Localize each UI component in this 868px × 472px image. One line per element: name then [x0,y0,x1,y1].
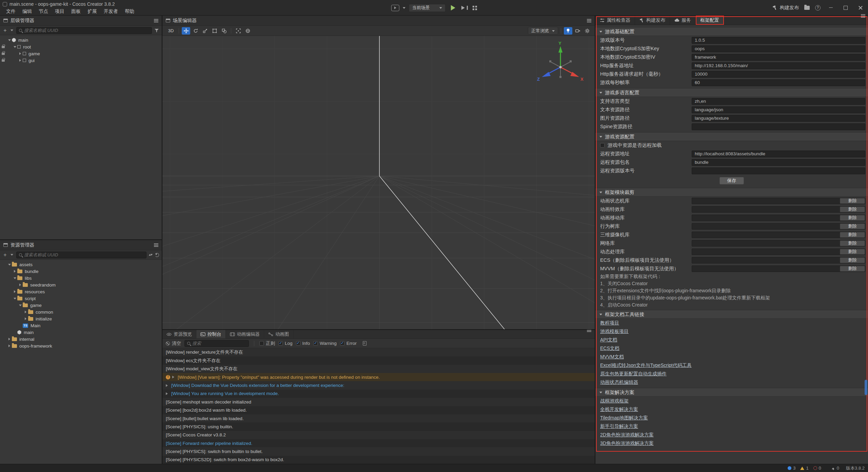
lighting-toggle-button[interactable] [564,27,572,35]
console-log-row[interactable]: [Window] ecs文件夹不存在 [162,356,595,365]
http-server-input[interactable] [692,62,865,69]
link-fullstack-solution[interactable]: 全栈开发解决方案 [595,405,868,414]
text-path-input[interactable] [692,106,865,113]
link-chess-game-framework[interactable]: 战棋游戏框架 [595,397,868,405]
link-hotupdate-plugin[interactable]: 原生包热更新配置自动生成插件 [595,370,868,378]
expand-arrow-icon[interactable] [23,315,28,322]
expand-arrow-icon[interactable] [12,295,17,302]
remote-url-input[interactable] [692,151,865,157]
build-publish-button[interactable]: 构建发布 [772,5,799,11]
scene-settings-button[interactable] [583,27,591,35]
warning-count[interactable]: 1 [800,466,808,471]
asset-node-bundle[interactable]: bundle [0,268,162,275]
delete-dynamic-loader-button[interactable]: 删除 [840,249,865,255]
link-beginner-guide-solution[interactable]: 新手引导解决方案 [595,422,868,431]
fps-input[interactable] [692,79,865,86]
assets-search-input[interactable] [24,252,144,257]
expand-arrow-icon[interactable] [12,268,17,275]
hierarchy-node-root[interactable]: root [0,43,162,50]
view-mode-select[interactable]: 正常浏览 [528,27,558,35]
asset-node-resources[interactable]: resources [0,288,162,295]
expand-arrow-icon[interactable] [7,261,12,268]
delete-mvvm-button[interactable]: 删除 [840,266,865,272]
open-project-folder-icon[interactable] [804,6,810,10]
clear-console-button[interactable]: 清空 [166,340,181,347]
preview-platform-caret-icon[interactable] [403,7,406,10]
console-log-row[interactable]: [Scene] meshopt wasm decoder initialized [162,398,595,406]
link-game-template-project[interactable]: 游戏模板项目 [595,327,868,336]
scene-viewport[interactable]: Y X Z [162,36,595,329]
link-api-docs[interactable]: API文档 [595,336,868,344]
link-anim-state-machine-editor[interactable]: 动画状态机编辑器 [595,378,868,387]
hierarchy-node-gui[interactable]: gui [0,57,162,64]
save-button[interactable]: 保存 [719,177,744,184]
expand-arrow-icon[interactable] [12,275,17,281]
crypto-iv-input[interactable] [692,54,865,61]
link-tiledmap-solution[interactable]: Tiledmap地图解决方案 [595,414,868,422]
play-button[interactable] [451,5,458,11]
preview-platform-icon[interactable] [391,5,399,11]
menu-help[interactable]: 帮助 [121,7,138,15]
scene-camera-button[interactable] [573,27,582,35]
panel-menu-icon[interactable] [154,245,158,245]
expand-arrow-icon[interactable] [172,376,176,378]
expand-arrow-icon[interactable] [7,342,12,349]
asset-node-common[interactable]: common [0,309,162,315]
create-asset-caret-icon[interactable] [10,252,14,258]
console-search-input[interactable] [192,341,246,346]
panel-menu-icon[interactable] [154,20,158,21]
link-2d-rpg-solution[interactable]: 2D角色扮演游戏解决方案 [595,431,868,439]
tab-service[interactable]: 服务 [670,16,696,25]
sort-icon[interactable] [149,253,153,257]
delete-anim-effect-button[interactable]: 删除 [840,206,865,212]
delete-camera-3d-button[interactable]: 删除 [840,232,865,238]
console-log-row[interactable]: [Window] Download the Vue Devtools exten… [162,381,595,389]
scrollbar-thumb[interactable] [865,380,867,395]
create-node-caret-icon[interactable] [10,27,14,34]
section-header-modules[interactable]: 框架模块裁剪 [595,188,868,197]
open-log-file-icon[interactable] [363,341,367,346]
link-excel-to-json-tool[interactable]: Excel格式转Json文件与TypeScript代码工具 [595,361,868,370]
asset-node-oops-framework[interactable]: oops-framework [0,342,162,349]
link-mvvm-docs[interactable]: MVVM文档 [595,353,868,361]
tab-asset-preview[interactable]: 资源预览 [162,330,196,338]
error-count[interactable]: 0 [813,466,821,471]
link-ecs-docs[interactable]: ECS文档 [595,344,868,353]
delete-anim-state-machine-button[interactable]: 删除 [840,198,865,204]
hierarchy-node-game[interactable]: game [0,50,162,57]
menu-extension[interactable]: 扩展 [84,7,100,15]
remote-version-input[interactable] [692,168,865,174]
asset-node-game[interactable]: game [0,302,162,309]
expand-arrow-icon[interactable] [12,288,17,295]
panel-menu-icon[interactable] [587,20,591,21]
remote-load-checkbox[interactable] [600,143,605,148]
asset-node-internal[interactable]: internal [0,336,162,342]
asset-node-main-ts[interactable]: TS Main [0,322,162,329]
console-log-row[interactable]: [Window] render_texture文件夹不存在 [162,348,595,356]
tab-property-inspector[interactable]: 属性检查器 [595,16,635,25]
hierarchy-search-input[interactable] [24,28,149,33]
delete-anim-move-button[interactable]: 删除 [840,215,865,221]
delete-ecs-button[interactable]: 删除 [840,257,865,263]
rotate-tool-button[interactable] [191,27,200,35]
create-node-button[interactable] [3,27,7,34]
rect-tool-button[interactable] [210,27,219,35]
filter-info-checkbox[interactable]: Info [296,341,310,346]
spine-path-input[interactable] [692,123,865,130]
tab-console[interactable]: 控制台 [196,330,226,338]
expand-arrow-icon[interactable] [18,281,23,288]
crypto-key-input[interactable] [692,45,865,52]
console-log-row[interactable]: [Scene] [PHYSICS2D]: switch from box2d-w… [162,456,595,464]
console-log-row[interactable]: [Scene] Cocos Creator v3.8.2 [162,431,595,439]
lock-icon[interactable] [2,46,5,48]
expand-arrow-icon[interactable] [18,57,23,64]
window-close-button[interactable] [856,3,865,13]
tab-animation-editor[interactable]: 动画编辑器 [226,330,264,338]
expand-arrow-icon[interactable] [7,336,12,342]
menu-project[interactable]: 项目 [52,7,68,15]
scale-tool-button[interactable] [201,27,209,35]
log-count[interactable]: 3 [788,466,795,471]
expand-arrow-icon[interactable] [23,309,28,315]
coordinate-toggle-button[interactable] [243,27,252,35]
pivot-toggle-button[interactable] [234,27,242,35]
